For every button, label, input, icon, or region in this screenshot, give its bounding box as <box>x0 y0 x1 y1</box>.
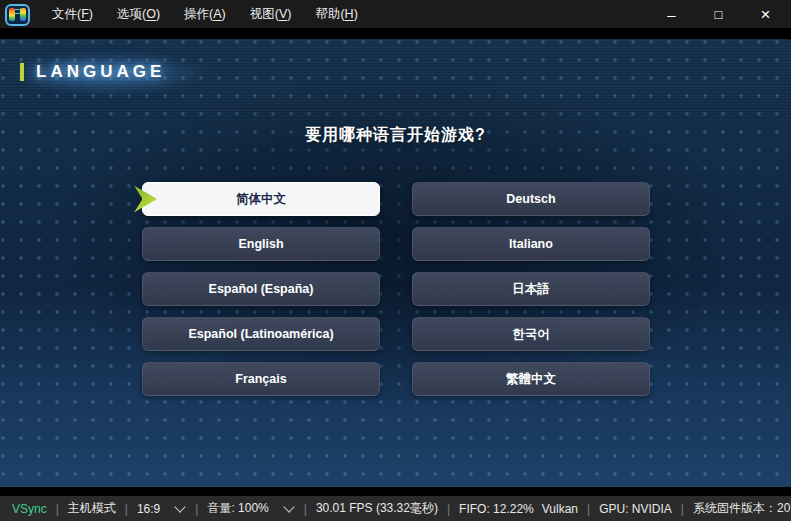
fps-status: 30.01 FPS (33.32毫秒) <box>316 500 438 517</box>
separator: | <box>125 502 128 516</box>
menu-actions[interactable]: 操作(A) <box>172 0 238 28</box>
language-label: Español (Latinoamérica) <box>188 327 333 341</box>
logo-rainbow-bar-right <box>20 8 26 21</box>
game-area: LANGUAGE 要用哪种语言开始游戏? 简体中文 English Españo… <box>0 28 791 496</box>
separator: | <box>195 502 198 516</box>
game-viewport: LANGUAGE 要用哪种语言开始游戏? 简体中文 English Españo… <box>0 39 791 487</box>
volume-dropdown[interactable]: 音量: 100% <box>207 500 294 517</box>
language-button-simplified-chinese[interactable]: 简体中文 <box>142 182 380 216</box>
minimize-button[interactable]: – <box>648 0 695 28</box>
language-button-spanish-spain[interactable]: Español (España) <box>142 272 380 306</box>
host-mode-status: 主机模式 <box>68 500 116 517</box>
language-label: Español (España) <box>209 282 314 296</box>
logo-equals-mark <box>15 9 21 14</box>
language-label: Italiano <box>509 237 553 251</box>
language-label: Deutsch <box>506 192 555 206</box>
separator: | <box>304 502 307 516</box>
screen-header: LANGUAGE <box>20 62 165 82</box>
question-text: 要用哪种语言开始游戏? <box>0 125 791 146</box>
cemu-logo-icon <box>5 4 30 26</box>
app-window: 文件(F) 选项(O) 操作(A) 视图(V) 帮助(H) – □ × LANG… <box>0 0 791 521</box>
separator: | <box>447 502 450 516</box>
language-grid: 简体中文 English Español (España) Español (L… <box>142 182 650 396</box>
language-label: 한국어 <box>512 326 550 343</box>
aspect-ratio-value: 16:9 <box>137 502 160 516</box>
selection-chevron-right-icon <box>134 186 157 213</box>
language-column-right: Deutsch Italiano 日本語 한국어 繁體中文 <box>412 182 650 396</box>
window-controls: – □ × <box>648 0 791 28</box>
language-label: 简体中文 <box>236 191 286 208</box>
language-button-spanish-latam[interactable]: Español (Latinoamérica) <box>142 317 380 351</box>
maximize-button[interactable]: □ <box>695 0 742 28</box>
close-button[interactable]: × <box>742 0 789 28</box>
status-bar-right: Vulkan | GPU: NVIDIA | 系统固件版本：20.2.0 <box>538 500 791 517</box>
language-label: 日本語 <box>512 281 550 298</box>
menu-file[interactable]: 文件(F) <box>40 0 105 28</box>
fifo-status: FIFO: 12.22% <box>459 502 534 516</box>
maximize-icon: □ <box>715 8 723 21</box>
minimize-icon: – <box>667 7 675 22</box>
language-button-english[interactable]: English <box>142 227 380 261</box>
separator: | <box>56 502 59 516</box>
menu-bar: 文件(F) 选项(O) 操作(A) 视图(V) 帮助(H) <box>40 0 370 28</box>
menu-options[interactable]: 选项(O) <box>105 0 172 28</box>
aspect-ratio-dropdown[interactable]: 16:9 <box>137 502 186 516</box>
graphics-backend-status: Vulkan <box>542 502 578 516</box>
language-button-japanese[interactable]: 日本語 <box>412 272 650 306</box>
separator: | <box>681 502 684 516</box>
language-button-traditional-chinese[interactable]: 繁體中文 <box>412 362 650 396</box>
language-button-german[interactable]: Deutsch <box>412 182 650 216</box>
page-title: LANGUAGE <box>36 62 165 82</box>
language-label: English <box>238 237 283 251</box>
separator: | <box>587 502 590 516</box>
language-button-italian[interactable]: Italiano <box>412 227 650 261</box>
language-button-korean[interactable]: 한국어 <box>412 317 650 351</box>
volume-value: 音量: 100% <box>207 500 268 517</box>
language-button-french[interactable]: Français <box>142 362 380 396</box>
status-bar: VSync | 主机模式 | 16:9 | 音量: 100% | 30.01 F… <box>0 496 791 521</box>
chevron-down-icon <box>283 501 294 512</box>
chevron-down-icon <box>175 501 186 512</box>
title-accent-bar <box>20 63 24 81</box>
close-icon: × <box>761 6 771 23</box>
language-column-left: 简体中文 English Español (España) Español (L… <box>142 182 380 396</box>
firmware-version-status: 系统固件版本：20.2.0 <box>693 500 791 517</box>
vsync-status: VSync <box>12 502 47 516</box>
language-label: 繁體中文 <box>506 371 556 388</box>
menu-view[interactable]: 视图(V) <box>238 0 304 28</box>
gpu-status: GPU: NVIDIA <box>599 502 672 516</box>
language-label: Français <box>235 372 286 386</box>
menu-help[interactable]: 帮助(H) <box>303 0 369 28</box>
title-bar: 文件(F) 选项(O) 操作(A) 视图(V) 帮助(H) – □ × <box>0 0 791 28</box>
